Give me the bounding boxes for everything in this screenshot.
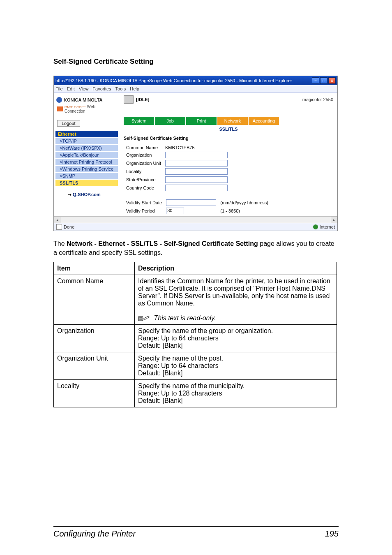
nav-windows-printing[interactable]: >Windows Printing Service	[55, 165, 118, 172]
printer-icon	[124, 95, 134, 104]
tab-print[interactable]: Print	[186, 117, 217, 125]
section-heading: Self-Signed Certificate Setting	[53, 58, 339, 66]
menu-tools[interactable]: Tools	[115, 86, 126, 91]
logout-button[interactable]: Logout	[57, 120, 80, 127]
lbl-organization-unit: Organization Unit	[125, 160, 163, 167]
description-table: Item Description Common Name Identifies …	[53, 262, 337, 407]
konica-logo-icon	[56, 97, 62, 103]
input-organization[interactable]	[165, 152, 228, 158]
cell-desc: Specify the name of the group or organiz…	[135, 324, 337, 352]
cell-desc: Specify the name of the post. Range: Up …	[135, 352, 337, 379]
cell-item: Locality	[54, 379, 135, 407]
main-area: [IDLE] magicolor 2550 System Job Print N…	[120, 93, 337, 223]
cell-item: Organization	[54, 324, 135, 352]
lbl-common-name: Common Name	[125, 145, 163, 150]
lbl-organization: Organization	[125, 151, 163, 159]
nav-ssltls[interactable]: SSL/TLS	[55, 179, 118, 186]
table-row: Common Name Identifies the Common Name f…	[54, 275, 337, 324]
status-zone: Internet	[320, 224, 335, 229]
pagescope-text: PAGE SCOPE Web Connection	[65, 104, 117, 113]
brand-text: KONICA MINOLTA	[64, 97, 103, 102]
input-state[interactable]	[165, 176, 228, 183]
menu-file[interactable]: File	[55, 86, 63, 91]
nav-snmp[interactable]: >SNMP	[55, 172, 118, 179]
note-icon	[138, 315, 150, 322]
subtab-ssltls: SSL/TLS	[124, 127, 333, 132]
scroll-right-icon[interactable]: ▸	[331, 217, 337, 223]
page-icon	[56, 224, 62, 230]
table-row: Locality Specify the name of the municip…	[54, 379, 337, 407]
footer-title: Configuring the Printer	[53, 529, 136, 539]
th-item: Item	[54, 262, 135, 275]
lbl-state: State/Province	[125, 176, 163, 183]
status-idle: [IDLE]	[136, 97, 149, 102]
tab-accounting[interactable]: Accounting	[249, 117, 279, 125]
browser-screenshot: http://192.168.1.190 - KONICA MINOLTA Pa…	[53, 76, 338, 231]
lbl-validity-period: Validity Period	[125, 207, 164, 215]
input-validity-period[interactable]: 30	[166, 208, 184, 214]
table-row: Organization Unit Specify the name of th…	[54, 352, 337, 379]
cell-desc: Identifies the Common Name for the print…	[135, 275, 337, 324]
input-locality[interactable]	[165, 168, 228, 175]
menu-help[interactable]: Help	[130, 86, 139, 91]
lbl-locality: Locality	[125, 168, 163, 175]
menu-favorites[interactable]: Favorites	[92, 86, 111, 91]
tab-network[interactable]: Network	[217, 117, 248, 125]
nav-list: Ethernet >TCP/IP >NetWare (IPX/SPX) >App…	[55, 131, 118, 186]
globe-icon	[313, 224, 318, 229]
statusbar: Done Internet	[54, 223, 337, 231]
maximize-icon[interactable]: □	[320, 77, 327, 84]
cert-form: Common NameKMBTC1EB75 Organization Organ…	[124, 144, 230, 192]
nav-appletalk[interactable]: >AppleTalk/Bonjour	[55, 151, 118, 158]
menu-edit[interactable]: Edit	[67, 86, 75, 91]
sidebar: KONICA MINOLTA PAGE SCOPE Web Connection…	[54, 93, 120, 223]
lbl-country: Country Code	[125, 184, 163, 192]
nav-tcpip[interactable]: >TCP/IP	[55, 137, 118, 144]
input-country[interactable]	[165, 185, 228, 191]
nav-header-ethernet[interactable]: Ethernet	[55, 131, 118, 137]
tab-system[interactable]: System	[124, 117, 154, 125]
scroll-left-icon[interactable]: ◂	[54, 217, 60, 223]
menubar: File Edit View Favorites Tools Help	[54, 85, 337, 93]
input-validity-start[interactable]	[166, 199, 216, 206]
page-caption: The Network - Ethernet - SSL/TLS - Self-…	[53, 239, 339, 258]
minimize-icon[interactable]: –	[312, 77, 319, 84]
close-icon[interactable]: ×	[328, 77, 336, 84]
qshop-link[interactable]: ➜ Q-SHOP.com	[68, 192, 101, 197]
window-title: http://192.168.1.190 - KONICA MINOLTA Pa…	[55, 78, 292, 83]
window-titlebar: http://192.168.1.190 - KONICA MINOLTA Pa…	[54, 76, 337, 85]
cell-item: Organization Unit	[54, 352, 135, 379]
th-description: Description	[135, 262, 337, 275]
printer-model: magicolor 2550	[302, 97, 333, 102]
table-row: Organization Specify the name of the gro…	[54, 324, 337, 352]
lbl-validity-start: Validity Start Date	[125, 199, 164, 206]
nav-ipp[interactable]: >Internet Printing Protocol	[55, 158, 118, 165]
input-organization-unit[interactable]	[165, 160, 228, 166]
pagescope-icon	[57, 106, 63, 111]
cell-desc: Specify the name of the municipality. Ra…	[135, 379, 337, 407]
hint-validity-period: (1 - 3650)	[219, 207, 270, 215]
status-done: Done	[64, 224, 74, 229]
horizontal-scrollbar[interactable]: ◂ ▸	[54, 216, 337, 223]
tab-job[interactable]: Job	[155, 117, 185, 125]
cell-item: Common Name	[54, 275, 135, 324]
menu-view[interactable]: View	[79, 86, 89, 91]
form-heading: Self-Signed Certificate Setting	[124, 136, 333, 141]
val-common-name: KMBTC1EB75	[164, 145, 229, 150]
page-number: 195	[325, 529, 339, 539]
top-tabs: System Job Print Network Accounting	[124, 117, 333, 125]
page-footer: Configuring the Printer 195	[53, 526, 339, 539]
hint-validity-start: (mm/dd/yyyy hh:mm:ss)	[219, 199, 270, 206]
nav-netware[interactable]: >NetWare (IPX/SPX)	[55, 144, 118, 151]
